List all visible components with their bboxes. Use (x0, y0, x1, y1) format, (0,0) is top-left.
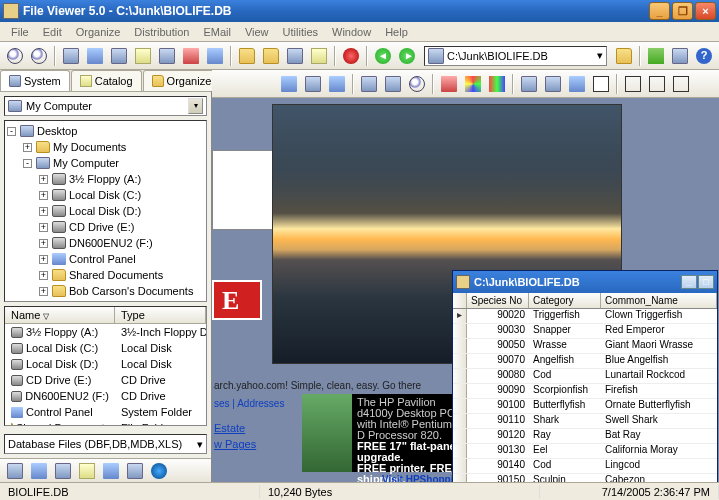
database-window[interactable]: C:\Junk\BIOLIFE.DB _ □ Species No Catego… (452, 270, 718, 482)
expand-icon[interactable]: + (23, 143, 32, 152)
view-btn-1[interactable] (4, 460, 26, 482)
tool-btn-3[interactable] (108, 45, 130, 67)
expand-icon[interactable]: - (23, 159, 32, 168)
addresses-link[interactable]: ses | Addresses (214, 398, 284, 409)
menu-distribution[interactable]: Distribution (127, 24, 196, 40)
vbtn-5[interactable] (382, 73, 404, 95)
minimize-button[interactable]: _ (649, 2, 670, 20)
menu-edit[interactable]: Edit (36, 24, 69, 40)
tree-item[interactable]: +My Network Places (7, 299, 204, 302)
help-button[interactable]: ? (693, 45, 715, 67)
maximize-button[interactable]: ❐ (672, 2, 693, 20)
vbtn-4[interactable] (358, 73, 380, 95)
vbtn-13[interactable] (622, 73, 644, 95)
tree-item[interactable]: +Shared Documents (7, 267, 204, 283)
expand-icon[interactable]: + (39, 287, 48, 296)
menu-organize[interactable]: Organize (69, 24, 128, 40)
vbtn-8[interactable] (486, 73, 508, 95)
prefs-button[interactable] (669, 45, 691, 67)
db-row[interactable]: 90090ScorpionfishFirefish (453, 384, 717, 399)
chevron-down-icon[interactable]: ▾ (188, 98, 203, 114)
tab-organize[interactable]: Organize (143, 70, 221, 91)
tree-item[interactable]: -Desktop (7, 123, 204, 139)
db-row[interactable]: 90150SculpinCabezon (453, 474, 717, 482)
view-btn-6[interactable] (124, 460, 146, 482)
folder-tree[interactable]: -Desktop+My Documents-My Computer+3½ Flo… (4, 120, 207, 302)
tool-btn-7[interactable] (204, 45, 226, 67)
zoom-in-button[interactable] (4, 45, 26, 67)
list-item[interactable]: Shared DocumentsFile Folder (5, 420, 206, 426)
chevron-down-icon[interactable]: ▾ (197, 438, 203, 451)
vbtn-1[interactable] (278, 73, 300, 95)
open-folder-button[interactable] (236, 45, 258, 67)
view-btn-5[interactable] (100, 460, 122, 482)
expand-icon[interactable]: + (39, 191, 48, 200)
vbtn-2[interactable] (302, 73, 324, 95)
vbtn-12[interactable] (590, 73, 612, 95)
expand-icon[interactable]: + (39, 175, 48, 184)
col-species-no[interactable]: Species No (467, 293, 529, 308)
link[interactable]: w Pages (214, 436, 256, 452)
db-row[interactable]: 90030SnapperRed Emperor (453, 324, 717, 339)
expand-icon[interactable]: + (39, 239, 48, 248)
back-button[interactable]: ◄ (372, 45, 394, 67)
location-combo[interactable]: My Computer ▾ (4, 96, 207, 116)
tool-btn-6[interactable] (180, 45, 202, 67)
view-btn-3[interactable] (52, 460, 74, 482)
tree-item[interactable]: +Control Panel (7, 251, 204, 267)
tool-btn-5[interactable] (156, 45, 178, 67)
vbtn-zoom[interactable] (406, 73, 428, 95)
col-type[interactable]: Type (115, 307, 206, 323)
tab-catalog[interactable]: Catalog (71, 70, 142, 91)
db-row[interactable]: 90140CodLingcod (453, 459, 717, 474)
db-row[interactable]: 90080CodLunartail Rockcod (453, 369, 717, 384)
db-row[interactable]: 90130EelCalifornia Moray (453, 444, 717, 459)
mail-button[interactable] (308, 45, 330, 67)
tree-item[interactable]: +CD Drive (E:) (7, 219, 204, 235)
db-title-bar[interactable]: C:\Junk\BIOLIFE.DB _ □ (453, 271, 717, 293)
menu-email[interactable]: EMail (196, 24, 238, 40)
vbtn-6[interactable] (438, 73, 460, 95)
forward-button[interactable]: ► (396, 45, 418, 67)
menu-help[interactable]: Help (378, 24, 415, 40)
tree-item[interactable]: +DN600ENU2 (F:) (7, 235, 204, 251)
db-minimize-button[interactable]: _ (681, 275, 697, 289)
go-button[interactable] (613, 45, 635, 67)
tree-item[interactable]: -My Computer (7, 155, 204, 171)
db-row[interactable]: 90050WrasseGiant Maori Wrasse (453, 339, 717, 354)
expand-icon[interactable]: + (39, 207, 48, 216)
col-name[interactable]: Name ▽ (5, 307, 115, 323)
tool-btn-1[interactable] (60, 45, 82, 67)
menu-view[interactable]: View (238, 24, 276, 40)
db-grid[interactable]: Species No Category Common_Name ▸90020Tr… (453, 293, 717, 482)
tree-icon-button[interactable] (645, 45, 667, 67)
vbtn-11[interactable] (566, 73, 588, 95)
vbtn-7[interactable] (462, 73, 484, 95)
menu-window[interactable]: Window (325, 24, 378, 40)
view-btn-7[interactable] (148, 460, 170, 482)
filter-combo[interactable]: Database Files (DBF,DB,MDB,XLS) ▾ (4, 434, 207, 454)
list-item[interactable]: 3½ Floppy (A:)3½-Inch Floppy Di (5, 324, 206, 340)
db-row[interactable]: 90070AngelfishBlue Angelfish (453, 354, 717, 369)
tree-item[interactable]: +Local Disk (D:) (7, 203, 204, 219)
menu-utilities[interactable]: Utilities (276, 24, 325, 40)
file-list[interactable]: Name ▽ Type 3½ Floppy (A:)3½-Inch Floppy… (4, 306, 207, 426)
db-row[interactable]: 90120RayBat Ray (453, 429, 717, 444)
vbtn-9[interactable] (518, 73, 540, 95)
stop-button[interactable] (340, 45, 362, 67)
db-row[interactable]: 90110SharkSwell Shark (453, 414, 717, 429)
tab-system[interactable]: System (0, 70, 70, 91)
col-common-name[interactable]: Common_Name (601, 293, 717, 308)
expand-icon[interactable]: - (7, 127, 16, 136)
vbtn-3[interactable] (326, 73, 348, 95)
col-category[interactable]: Category (529, 293, 601, 308)
path-field[interactable]: C:\Junk\BIOLIFE.DB ▾ (424, 46, 607, 66)
vbtn-10[interactable] (542, 73, 564, 95)
expand-icon[interactable]: + (39, 255, 48, 264)
list-item[interactable]: CD Drive (E:)CD Drive (5, 372, 206, 388)
tree-item[interactable]: +My Documents (7, 139, 204, 155)
print-button[interactable] (284, 45, 306, 67)
tree-item[interactable]: +Local Disk (C:) (7, 187, 204, 203)
path-dropdown-icon[interactable]: ▾ (597, 49, 603, 62)
close-button[interactable]: × (695, 2, 716, 20)
